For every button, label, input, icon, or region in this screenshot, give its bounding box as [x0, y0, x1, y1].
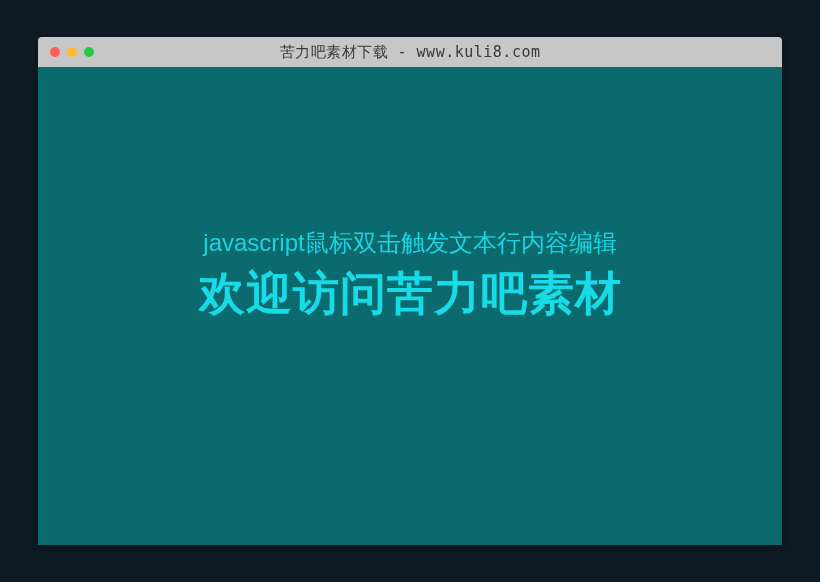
- maximize-icon[interactable]: [84, 47, 94, 57]
- minimize-icon[interactable]: [67, 47, 77, 57]
- titlebar: 苦力吧素材下载 - www.kuli8.com: [38, 37, 782, 67]
- app-window: 苦力吧素材下载 - www.kuli8.com javascript鼠标双击触发…: [38, 37, 782, 545]
- close-icon[interactable]: [50, 47, 60, 57]
- window-title: 苦力吧素材下载 - www.kuli8.com: [38, 43, 782, 62]
- content-area: javascript鼠标双击触发文本行内容编辑 欢迎访问苦力吧素材: [38, 67, 782, 545]
- headline-text[interactable]: 欢迎访问苦力吧素材: [199, 263, 622, 325]
- traffic-lights: [50, 47, 94, 57]
- subtitle-text[interactable]: javascript鼠标双击触发文本行内容编辑: [203, 227, 616, 259]
